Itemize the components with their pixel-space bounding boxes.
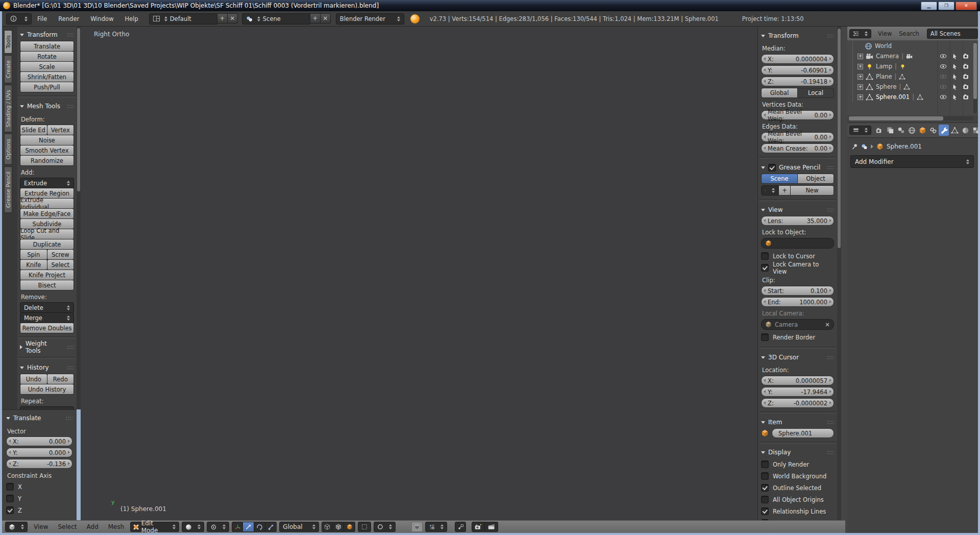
- properties-tab-object[interactable]: [917, 125, 927, 136]
- visibility-toggle[interactable]: [940, 53, 947, 60]
- checkbox-render-border[interactable]: [761, 333, 769, 341]
- render-toggle[interactable]: [963, 83, 970, 90]
- opengl-render-anim-button[interactable]: [485, 522, 498, 532]
- properties-tab-modifiers[interactable]: [939, 125, 949, 136]
- opengl-render-image-button[interactable]: [472, 522, 485, 532]
- shelf-tab-tools[interactable]: Tools: [4, 30, 12, 54]
- outliner-item-camera[interactable]: Camera|: [847, 51, 978, 61]
- visibility-toggle[interactable]: [940, 63, 947, 70]
- field-lens[interactable]: Lens:35.000: [761, 216, 834, 226]
- field-y[interactable]: Y:0.000: [6, 448, 72, 457]
- field-z[interactable]: Z:-0.136: [6, 459, 72, 469]
- tool-button-knife-project[interactable]: Knife Project: [20, 270, 74, 280]
- mode-selector[interactable]: Edit Mode: [130, 522, 179, 532]
- gp-draw-mode-button[interactable]: [761, 185, 778, 196]
- tool-button-vertex[interactable]: Vertex: [47, 125, 75, 135]
- properties-tab-material[interactable]: [960, 125, 970, 136]
- panel-grip-icon[interactable]: [67, 345, 74, 350]
- manipulator-rotate-button[interactable]: [254, 522, 265, 532]
- visibility-toggle[interactable]: [940, 93, 947, 101]
- panel-grip-icon[interactable]: [67, 366, 74, 370]
- editor-type-info-button[interactable]: [6, 13, 32, 25]
- panel-grip-icon[interactable]: [67, 33, 74, 37]
- viewport-menu-select[interactable]: Select: [54, 523, 80, 530]
- outliner-item-lamp[interactable]: Lamp|: [847, 61, 978, 71]
- render-toggle[interactable]: [963, 53, 970, 60]
- menu-window[interactable]: Window: [85, 15, 119, 22]
- outliner-item-world[interactable]: World: [847, 41, 978, 51]
- panel-grip-icon[interactable]: [65, 416, 72, 421]
- add-modifier-button[interactable]: Add Modifier: [850, 155, 974, 168]
- toggle-global[interactable]: Global: [761, 88, 798, 98]
- selectability-toggle[interactable]: [951, 63, 958, 70]
- checkbox-lock-to-cursor[interactable]: [761, 252, 769, 260]
- checkbox-only-render[interactable]: [761, 460, 769, 468]
- panel-header-mesh-tools[interactable]: Mesh Tools: [20, 100, 74, 112]
- menu-help[interactable]: Help: [119, 15, 144, 22]
- maximize-button[interactable]: ❐: [938, 2, 954, 10]
- tool-shelf-scrollbar[interactable]: [77, 27, 81, 409]
- tool-button-push-pull[interactable]: Push/Pull: [20, 82, 74, 92]
- tool-button-bisect[interactable]: Bisect: [20, 280, 74, 290]
- viewport-menu-view[interactable]: View: [30, 523, 52, 530]
- operator-panel-header[interactable]: Translate: [6, 412, 72, 424]
- checkbox-all-object-origins[interactable]: [761, 496, 769, 503]
- properties-tab-object-data[interactable]: [949, 125, 960, 136]
- expand-icon[interactable]: [857, 84, 863, 90]
- pivot-point-selector[interactable]: [207, 522, 229, 532]
- tool-button-select[interactable]: Select: [47, 259, 75, 270]
- selectability-toggle[interactable]: [951, 53, 958, 60]
- field-y[interactable]: Y:-0.60901: [761, 65, 834, 75]
- snap-toggle-button[interactable]: [411, 522, 423, 532]
- scene-selector[interactable]: Scene: [242, 13, 310, 25]
- tool-button-remove-doubles[interactable]: Remove Doubles: [20, 323, 74, 333]
- item-panel-header[interactable]: Item: [761, 416, 834, 428]
- panel-header-weight-tools[interactable]: Weight Tools: [20, 341, 74, 353]
- tool-menu-delete[interactable]: Delete: [20, 302, 74, 313]
- checkbox-y[interactable]: [6, 495, 14, 502]
- scene-data-icon[interactable]: [861, 143, 868, 150]
- item-name-field[interactable]: Sphere.001: [772, 428, 834, 438]
- render-toggle[interactable]: [963, 73, 970, 80]
- tool-button-scale[interactable]: Scale: [20, 61, 74, 72]
- tool-button-extrude-individual[interactable]: Extrude Individual: [20, 198, 74, 209]
- tool-button-undo-history[interactable]: Undo History: [20, 384, 74, 395]
- visibility-toggle[interactable]: [940, 83, 947, 90]
- field-mean-bevel-weig[interactable]: Mean Bevel Weig:0.00: [761, 110, 834, 120]
- field-z[interactable]: Z:-0.19418: [761, 77, 834, 86]
- tool-button-spin[interactable]: Spin: [20, 249, 47, 260]
- expand-icon[interactable]: [857, 94, 863, 100]
- field-x[interactable]: X:0.0000004: [761, 54, 834, 64]
- shelf-tab-grease-pencil[interactable]: Grease Pencil: [4, 166, 12, 213]
- field-x[interactable]: X:0.0000057: [761, 376, 834, 385]
- toggle-object[interactable]: Object: [798, 174, 834, 184]
- panel-grip-icon[interactable]: [67, 104, 74, 109]
- selectability-toggle[interactable]: [951, 84, 958, 90]
- render-engine-selector[interactable]: Blender Render: [336, 13, 404, 25]
- manipulator-axis-button[interactable]: [232, 522, 243, 532]
- tool-button-rotate[interactable]: Rotate: [20, 51, 74, 62]
- shelf-tab-shading-uvs[interactable]: Shading / UVs: [4, 85, 12, 132]
- manipulator-translate-button[interactable]: [243, 522, 254, 532]
- properties-tab-constraints[interactable]: [928, 125, 938, 136]
- outliner-search-menu[interactable]: Search: [895, 30, 923, 37]
- render-toggle[interactable]: [963, 63, 970, 70]
- outliner-h-scrollbar[interactable]: [848, 116, 973, 120]
- outliner-item-sphere[interactable]: Sphere|: [847, 82, 978, 92]
- n-panel-scrollbar[interactable]: [837, 27, 841, 520]
- checkbox-lock-camera-to-view[interactable]: [761, 264, 769, 272]
- field-y[interactable]: Y:-17.9464: [761, 387, 834, 397]
- add-layout-button[interactable]: +: [217, 13, 228, 23]
- toggle-local[interactable]: Local: [798, 88, 834, 98]
- tool-menu-merge[interactable]: Merge: [20, 312, 74, 323]
- properties-tab-scene[interactable]: [896, 125, 906, 136]
- tool-button-knife[interactable]: Knife: [20, 259, 47, 270]
- render-toggle[interactable]: [963, 93, 970, 101]
- vertex-visibility-button[interactable]: [322, 522, 333, 532]
- tool-button-screw[interactable]: Screw: [47, 249, 75, 260]
- outliner-filter-dropdown[interactable]: All Scenes: [927, 29, 978, 39]
- screen-layout-selector[interactable]: Default: [149, 13, 217, 25]
- display-panel-header[interactable]: Display: [761, 446, 834, 458]
- transform-panel-header[interactable]: Transform: [761, 30, 834, 42]
- outliner-view-menu[interactable]: View: [874, 30, 895, 37]
